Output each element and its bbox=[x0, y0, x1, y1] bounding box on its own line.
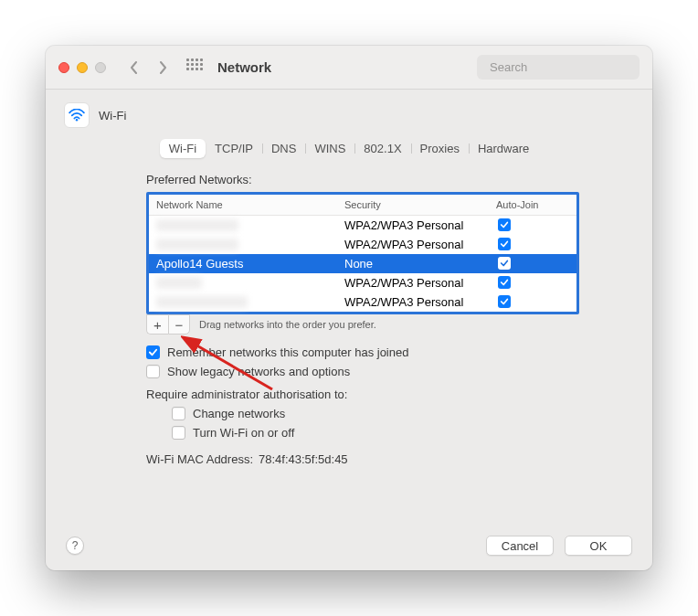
svg-point-2 bbox=[76, 119, 78, 121]
wifi-section: Preferred Networks: Network Name Securit… bbox=[64, 173, 634, 466]
turn-wifi-row: Turn Wi-Fi on or off bbox=[172, 426, 579, 440]
autojoin-checkbox[interactable] bbox=[498, 257, 511, 270]
col-network-name[interactable]: Network Name bbox=[156, 199, 339, 210]
pane-header: Wi-Fi bbox=[64, 102, 634, 128]
preferred-networks-label: Preferred Networks: bbox=[146, 173, 579, 186]
mac-address-value: 78:4f:43:5f:5d:45 bbox=[259, 452, 348, 466]
autojoin-checkbox[interactable] bbox=[498, 218, 511, 231]
mac-address-row: Wi-Fi MAC Address: 78:4f:43:5f:5d:45 bbox=[146, 452, 579, 466]
search-field[interactable] bbox=[477, 55, 640, 80]
security-cell: WPA2/WPA3 Personal bbox=[344, 218, 491, 232]
preferred-networks-table[interactable]: Network Name Security Auto-Join WPA2/WPA… bbox=[146, 192, 579, 314]
chevron-right-icon bbox=[159, 61, 167, 74]
footer: ? Cancel OK bbox=[64, 536, 634, 558]
network-advanced-window: Network Wi-Fi Wi-Fi TCP/IP DNS WINS bbox=[46, 46, 652, 570]
remove-network-button[interactable]: − bbox=[168, 314, 190, 335]
help-button[interactable]: ? bbox=[66, 536, 84, 555]
legacy-networks-label: Show legacy networks and options bbox=[167, 365, 350, 378]
security-cell: WPA2/WPA3 Personal bbox=[344, 276, 491, 290]
network-name-redacted bbox=[156, 296, 248, 308]
legacy-networks-row: Show legacy networks and options bbox=[146, 365, 579, 378]
autojoin-checkbox[interactable] bbox=[498, 238, 511, 250]
autojoin-checkbox[interactable] bbox=[498, 276, 511, 289]
pane-title: Wi-Fi bbox=[99, 109, 126, 122]
cancel-button[interactable]: Cancel bbox=[486, 536, 554, 556]
action-buttons: Cancel OK bbox=[486, 536, 632, 556]
minimize-window-button[interactable] bbox=[77, 62, 88, 73]
change-networks-checkbox[interactable] bbox=[172, 407, 185, 420]
col-security[interactable]: Security bbox=[344, 199, 491, 210]
close-window-button[interactable] bbox=[58, 62, 69, 73]
network-name-redacted bbox=[156, 277, 202, 289]
table-row[interactable]: WPA2/WPA3 Personal bbox=[149, 235, 576, 254]
legacy-networks-checkbox[interactable] bbox=[146, 365, 160, 378]
mac-address-label: Wi-Fi MAC Address: bbox=[146, 452, 253, 466]
back-button[interactable] bbox=[122, 57, 144, 79]
add-network-button[interactable]: + bbox=[146, 314, 168, 335]
traffic-lights bbox=[58, 62, 106, 73]
turn-wifi-checkbox[interactable] bbox=[172, 426, 185, 440]
tab-proxies[interactable]: Proxies bbox=[411, 139, 469, 158]
window-title: Network bbox=[217, 59, 271, 75]
tab-wifi[interactable]: Wi-Fi bbox=[160, 139, 206, 158]
turn-wifi-label: Turn Wi-Fi on or off bbox=[193, 426, 294, 440]
security-cell: None bbox=[344, 257, 491, 271]
security-cell: WPA2/WPA3 Personal bbox=[344, 295, 491, 309]
drag-hint: Drag networks into the order you prefer. bbox=[199, 319, 376, 330]
col-autojoin[interactable]: Auto-Join bbox=[496, 199, 569, 210]
ok-button[interactable]: OK bbox=[565, 536, 632, 556]
titlebar: Network bbox=[46, 46, 652, 90]
security-cell: WPA2/WPA3 Personal bbox=[344, 238, 491, 251]
tab-dns[interactable]: DNS bbox=[262, 139, 305, 158]
remember-networks-label: Remember networks this computer has join… bbox=[167, 345, 408, 359]
remember-networks-row: Remember networks this computer has join… bbox=[146, 345, 579, 359]
network-name-cell: Apollo14 Guests bbox=[156, 257, 339, 271]
remember-networks-checkbox[interactable] bbox=[146, 345, 160, 359]
tab-wins[interactable]: WINS bbox=[305, 139, 354, 158]
zoom-window-button[interactable] bbox=[95, 62, 106, 73]
show-all-icon[interactable] bbox=[186, 58, 205, 77]
network-name-redacted bbox=[156, 239, 238, 250]
require-admin-label: Require administrator authorisation to: bbox=[146, 388, 579, 401]
add-remove-bar: + − Drag networks into the order you pre… bbox=[146, 314, 579, 335]
autojoin-checkbox[interactable] bbox=[498, 295, 511, 308]
network-name-redacted bbox=[156, 219, 238, 231]
chevron-left-icon bbox=[130, 61, 138, 74]
change-networks-row: Change networks bbox=[172, 407, 579, 420]
tab-hardware[interactable]: Hardware bbox=[469, 139, 538, 158]
forward-button[interactable] bbox=[152, 57, 174, 79]
search-input[interactable] bbox=[490, 60, 643, 74]
table-row[interactable]: WPA2/WPA3 Personal bbox=[149, 273, 576, 292]
table-body: WPA2/WPA3 Personal WPA2/WPA3 Personal Ap… bbox=[149, 216, 576, 312]
tab-bar: Wi-Fi TCP/IP DNS WINS 802.1X Proxies Har… bbox=[160, 139, 539, 158]
tab-tcpip[interactable]: TCP/IP bbox=[206, 139, 262, 158]
table-row[interactable]: WPA2/WPA3 Personal bbox=[149, 216, 576, 235]
content-area: Wi-Fi Wi-Fi TCP/IP DNS WINS 802.1X Proxi… bbox=[46, 90, 652, 570]
wifi-icon bbox=[69, 109, 85, 122]
table-row[interactable]: WPA2/WPA3 Personal bbox=[149, 292, 576, 312]
change-networks-label: Change networks bbox=[193, 407, 285, 420]
table-row-selected[interactable]: Apollo14 Guests None bbox=[149, 254, 576, 273]
tab-8021x[interactable]: 802.1X bbox=[354, 139, 410, 158]
wifi-badge bbox=[64, 102, 90, 128]
table-header: Network Name Security Auto-Join bbox=[149, 195, 576, 216]
